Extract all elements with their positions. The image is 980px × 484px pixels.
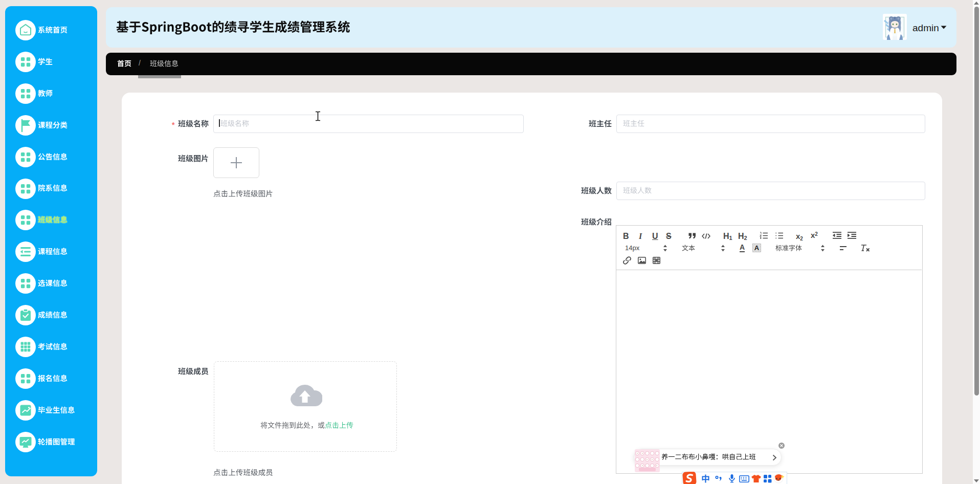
svg-text:A: A	[754, 244, 760, 252]
